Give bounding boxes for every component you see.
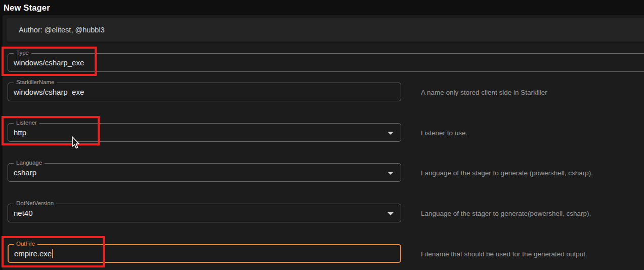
author-panel: Author: @elitest, @hubbl3: [7, 18, 644, 42]
starkillername-helper-text: A name only stored client side in Starki…: [421, 89, 547, 96]
author-text: Author: @elitest, @hubbl3: [7, 18, 644, 42]
outfile-helper-text: Filename that should be used for the gen…: [421, 250, 587, 258]
language-helper-text: Language of the stager to generate (powe…: [421, 169, 593, 177]
new-stager-screen: New Stager Author: @elitest, @hubbl3 Typ…: [0, 0, 644, 270]
language-label: Language: [14, 159, 45, 167]
outfile-value-wrap: empire.exe: [9, 245, 400, 262]
stager-form-card: Author: @elitest, @hubbl3 Type windows/c…: [3, 15, 644, 270]
type-value: windows/csharp_exe: [8, 54, 644, 71]
type-label: Type: [14, 49, 31, 57]
chevron-down-icon[interactable]: [388, 132, 394, 135]
mouse-cursor: [71, 136, 80, 150]
starkillername-input[interactable]: StarkillerName windows/csharp_exe: [8, 83, 401, 101]
text-caret: [52, 249, 53, 258]
page-header: New Stager: [0, 0, 644, 15]
starkillername-label: StarkillerName: [14, 79, 57, 86]
page-title: New Stager: [4, 0, 50, 15]
outfile-label: OutFile: [14, 240, 37, 248]
listener-label: Listener: [14, 119, 39, 127]
language-value: csharp: [8, 164, 401, 181]
starkillername-value: windows/csharp_exe: [8, 83, 401, 101]
language-select[interactable]: Language csharp: [8, 163, 401, 182]
listener-select[interactable]: Listener http: [8, 123, 401, 142]
dotnetversion-label: DotNetVersion: [14, 200, 56, 207]
type-select[interactable]: Type windows/csharp_exe: [8, 53, 644, 72]
listener-value: http: [8, 124, 401, 141]
dotnetversion-value: net40: [8, 204, 401, 222]
listener-helper-text: Listener to use.: [421, 129, 467, 137]
dotnetversion-helper-text: Language of the stager to generate(power…: [421, 210, 591, 217]
outfile-input[interactable]: OutFile empire.exe: [8, 244, 401, 263]
chevron-down-icon[interactable]: [388, 172, 394, 175]
dotnetversion-select[interactable]: DotNetVersion net40: [8, 204, 401, 222]
chevron-down-icon[interactable]: [388, 212, 394, 215]
outfile-value: empire.exe: [14, 249, 52, 258]
